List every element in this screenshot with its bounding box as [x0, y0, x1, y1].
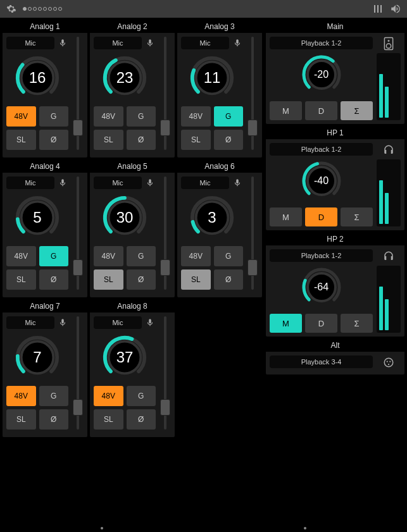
- input-channel: Analog 1 Mic 16 48VGSLØ: [3, 20, 87, 158]
- svg-point-18: [387, 361, 388, 362]
- btn-label: G: [51, 392, 56, 400]
- channel-btn-ø[interactable]: Ø: [214, 269, 244, 290]
- channel-btn-48v[interactable]: 48V: [6, 106, 36, 127]
- playback-select[interactable]: Playback 3-4: [270, 356, 373, 368]
- source-select[interactable]: Mic: [6, 316, 54, 329]
- output-btn-m[interactable]: M: [270, 207, 302, 226]
- channel-btn-g[interactable]: G: [39, 386, 69, 406]
- channel-btn-sl[interactable]: SL: [181, 130, 211, 150]
- channel-btn-ø[interactable]: Ø: [127, 130, 156, 150]
- fader[interactable]: [160, 316, 171, 430]
- input-channel: Analog 2 Mic 23 48VGSLØ: [90, 20, 175, 158]
- channel-btn-sl[interactable]: SL: [94, 409, 123, 430]
- channel-btn-sl[interactable]: SL: [6, 130, 36, 150]
- btn-label: G: [51, 112, 56, 121]
- source-select[interactable]: Mic: [94, 316, 142, 329]
- volume-knob[interactable]: -64: [299, 264, 344, 310]
- output-btn-σ[interactable]: Σ: [341, 207, 373, 226]
- eq-icon[interactable]: [372, 3, 384, 15]
- channel-btn-sl[interactable]: SL: [181, 269, 211, 290]
- output-btn-d[interactable]: D: [305, 207, 337, 226]
- output-btn-σ[interactable]: Σ: [341, 314, 373, 333]
- svg-rect-1: [377, 5, 379, 13]
- btn-label: D: [318, 319, 324, 328]
- output-btn-m[interactable]: M: [270, 101, 302, 120]
- fader[interactable]: [72, 176, 84, 290]
- btn-label: SL: [104, 275, 113, 284]
- channel-btn-48v[interactable]: 48V: [181, 246, 211, 266]
- volume-knob[interactable]: -20: [299, 52, 344, 97]
- channel-btn-g[interactable]: G: [39, 246, 69, 266]
- page-dot[interactable]: [101, 527, 103, 529]
- gain-knob[interactable]: 37: [100, 333, 149, 382]
- playback-select[interactable]: Playback 1-2: [270, 37, 373, 49]
- channel-btn-sl[interactable]: SL: [6, 409, 36, 430]
- output-btn-d[interactable]: D: [305, 314, 337, 333]
- channel-title: Analog 8: [90, 300, 175, 312]
- channel-pager-dots[interactable]: [23, 7, 62, 11]
- playback-select[interactable]: Playback 1-2: [270, 143, 373, 156]
- level-meter: [377, 159, 401, 226]
- input-channel: Analog 3 Mic 11 48VGSLØ: [177, 20, 262, 158]
- channel-btn-ø[interactable]: Ø: [127, 269, 156, 290]
- channel-btn-sl[interactable]: SL: [94, 130, 123, 150]
- gain-knob[interactable]: 7: [13, 333, 62, 382]
- channel-btn-g[interactable]: G: [39, 106, 69, 127]
- channel-btn-48v[interactable]: 48V: [181, 106, 211, 127]
- fader[interactable]: [247, 37, 258, 150]
- channel-btn-48v[interactable]: 48V: [6, 246, 36, 266]
- channel-btn-48v[interactable]: 48V: [94, 106, 123, 127]
- fader[interactable]: [72, 316, 84, 430]
- fader[interactable]: [160, 176, 171, 290]
- channel-btn-g[interactable]: G: [214, 106, 244, 127]
- source-select[interactable]: Mic: [6, 37, 54, 49]
- source-select[interactable]: Mic: [181, 176, 229, 189]
- volume-value: -20: [299, 52, 344, 97]
- output-btn-σ[interactable]: Σ: [341, 101, 373, 120]
- fader[interactable]: [247, 176, 258, 290]
- source-select[interactable]: Mic: [181, 37, 229, 49]
- gain-knob[interactable]: 11: [187, 53, 237, 102]
- btn-label: 48V: [102, 252, 115, 261]
- btn-label: SL: [16, 135, 26, 144]
- channel-btn-sl[interactable]: SL: [94, 269, 123, 290]
- channel-title: Analog 4: [3, 160, 87, 173]
- svg-point-14: [386, 44, 391, 48]
- channel-btn-ø[interactable]: Ø: [127, 409, 156, 430]
- gain-knob[interactable]: 23: [100, 53, 149, 102]
- mic-icon: [232, 37, 243, 49]
- output-btn-d[interactable]: D: [305, 101, 337, 120]
- gain-knob[interactable]: 30: [100, 193, 149, 242]
- top-bar: [0, 0, 407, 18]
- volume-icon[interactable]: [389, 3, 402, 15]
- output-btn-m[interactable]: M: [270, 314, 302, 333]
- channel-btn-ø[interactable]: Ø: [39, 269, 69, 290]
- channel-btn-g[interactable]: G: [127, 246, 156, 266]
- channel-btn-ø[interactable]: Ø: [39, 409, 69, 430]
- source-select[interactable]: Mic: [94, 176, 142, 189]
- source-select[interactable]: Mic: [94, 37, 142, 49]
- channel-btn-g[interactable]: G: [127, 386, 156, 406]
- btn-label: M: [282, 319, 289, 328]
- gain-knob[interactable]: 5: [13, 193, 62, 242]
- mic-icon: [144, 177, 156, 189]
- channel-btn-48v[interactable]: 48V: [94, 386, 123, 406]
- fader[interactable]: [72, 37, 84, 150]
- mic-icon: [57, 317, 68, 328]
- volume-knob[interactable]: -40: [299, 158, 344, 204]
- channel-btn-ø[interactable]: Ø: [214, 130, 244, 150]
- settings-icon[interactable]: [5, 3, 18, 15]
- channel-btn-48v[interactable]: 48V: [6, 386, 36, 406]
- source-select[interactable]: Mic: [6, 176, 54, 189]
- playback-select[interactable]: Playback 1-2: [270, 249, 373, 262]
- btn-label: G: [138, 112, 144, 121]
- gain-knob[interactable]: 16: [13, 53, 62, 102]
- fader[interactable]: [160, 37, 171, 150]
- channel-btn-g[interactable]: G: [214, 246, 244, 266]
- gain-knob[interactable]: 3: [187, 193, 237, 242]
- channel-btn-ø[interactable]: Ø: [39, 130, 69, 150]
- channel-btn-48v[interactable]: 48V: [94, 246, 123, 266]
- channel-btn-sl[interactable]: SL: [6, 269, 36, 290]
- page-dot[interactable]: [304, 527, 306, 529]
- channel-btn-g[interactable]: G: [127, 106, 156, 127]
